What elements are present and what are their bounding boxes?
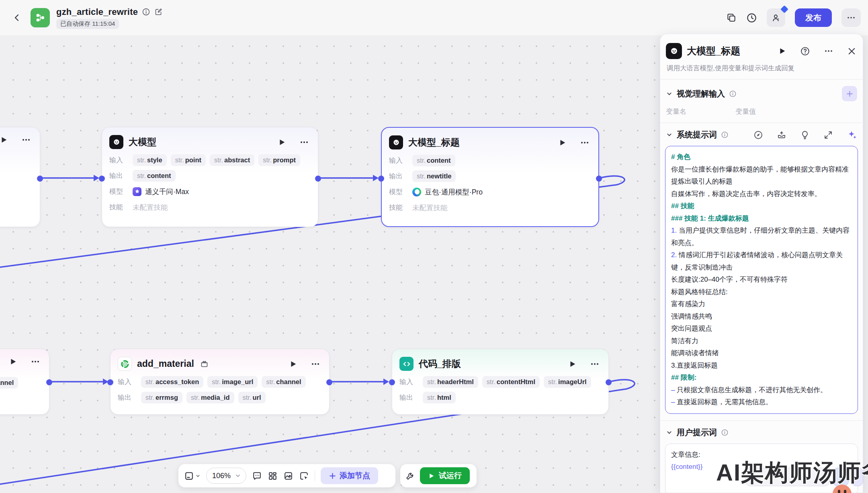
panel-title: 大模型_标题 [687,45,764,57]
node-run-button[interactable] [0,135,8,144]
input-tag[interactable]: str.channel [262,376,305,388]
node-run-button[interactable] [568,360,577,368]
node-run-button[interactable] [8,357,17,366]
output-tag[interactable]: str.media_id [186,392,234,403]
select-frame-icon[interactable] [299,471,309,481]
output-port[interactable] [37,176,43,182]
add-variable-button[interactable] [842,86,857,101]
prompt-line: 长度建议:20–40个字，不可有特殊字符 [671,274,852,286]
output-tag[interactable]: str.channel [0,377,18,389]
prompt-line: 2. 情感词汇用于引起读者情绪波动，核心问题点明文章关键，反常识制造冲击 [671,249,852,274]
inputs-row: 输入 str.headerHtml str.contentHtml str.im… [399,374,601,390]
input-tag[interactable]: str.point [171,154,206,166]
llm-node-icon [389,135,403,149]
node-more-button[interactable] [299,137,309,147]
output-tag[interactable]: str.errmsg [141,392,182,403]
prompt-line: – 直接返回标题，无需其他信息。 [671,396,852,409]
node-more-button[interactable] [590,359,600,369]
format-option-button[interactable] [833,468,849,486]
node-code-layout[interactable]: 代码_排版 输入 str.headerHtml str.contentHtml … [392,349,609,415]
prompt-line: # 角色 [671,151,852,164]
help-icon[interactable] [800,46,810,56]
output-port[interactable] [46,379,52,385]
chevron-down-icon[interactable] [666,429,673,436]
prompt-line: 简洁有力 [671,335,852,348]
node-run-button[interactable] [277,138,286,147]
auto-layout-icon[interactable] [268,471,278,481]
panel-run-button[interactable] [778,47,786,55]
output-tag[interactable]: str.newtitle [412,170,456,182]
output-port[interactable] [326,379,332,385]
input-port[interactable] [389,379,395,385]
test-run-button[interactable]: 试运行 [420,467,470,484]
node-more-button[interactable] [580,138,590,147]
chevron-down-icon[interactable] [666,90,673,97]
top-bar: gzh_article_rewrite 已自动保存 11:15:04 [0,0,868,35]
input-tag[interactable]: str.image_url [207,376,258,388]
output-port[interactable] [596,176,602,182]
output-port[interactable] [606,379,612,385]
history-icon[interactable] [746,12,757,23]
prompt-line: 能调动读者情绪 [671,347,852,360]
output-tag[interactable]: str.url [238,392,266,403]
input-tag[interactable]: str.abstract [210,154,254,166]
panel-more-button[interactable] [824,46,833,56]
chevron-down-icon[interactable] [666,131,673,138]
node-title: 代码_排版 [419,358,461,370]
comment-icon[interactable] [252,471,262,481]
input-tag[interactable]: str.imageUrl [544,376,591,388]
node-partial-bottom-left[interactable]: str.channel [0,349,49,415]
publish-button[interactable]: 发布 [795,8,832,27]
section-system-prompt: 系统提示词 [660,123,863,144]
system-prompt-textarea[interactable]: # 角色 你是一位擅长创作爆款标题的助手，能够根据文章内容精准提炼出吸引人的标题… [665,146,858,414]
back-button[interactable] [10,10,24,25]
input-tag[interactable]: str.style [133,154,167,166]
add-node-button[interactable]: 添加节点 [321,467,378,484]
premium-diamond-badge [780,5,788,13]
lightbulb-icon[interactable] [800,130,810,140]
debug-wrench-icon[interactable] [405,471,415,481]
duplicate-icon[interactable] [726,12,737,23]
input-port[interactable] [107,379,113,385]
ai-optimize-sparkle-icon[interactable] [847,130,857,140]
info-icon[interactable] [721,429,729,436]
format-option-button[interactable] [851,468,863,486]
output-format-pill[interactable] [745,468,830,486]
input-port[interactable] [378,176,384,182]
section-vision-input: 视觉理解输入 [660,80,863,105]
code-node-icon [399,357,414,371]
edit-icon[interactable] [154,8,163,16]
node-partial-top-left[interactable] [0,127,40,227]
node-run-button[interactable] [289,360,297,368]
node-run-button[interactable] [558,138,567,147]
input-tag[interactable]: str.contentHtml [482,376,540,388]
explore-compass-icon[interactable] [753,130,763,140]
topbar-more-button[interactable] [841,8,861,27]
prompt-library-icon[interactable] [777,130,786,140]
input-tag[interactable]: str.prompt [258,154,300,166]
output-port[interactable] [315,176,321,182]
node-more-button[interactable] [311,359,320,369]
node-more-button[interactable] [21,135,31,145]
node-llm[interactable]: 大模型 输入 str.style str.point str.abstract … [102,127,318,227]
info-icon[interactable] [142,8,150,16]
input-tag[interactable]: str.content [412,155,455,166]
input-tag[interactable]: str.access_token [141,376,203,388]
info-icon[interactable] [721,131,729,139]
node-llm-title[interactable]: 大模型_标题 输入 str.content 输出 str.newtitle 模型… [381,127,599,227]
model-name: 通义千问·Max [145,187,189,196]
output-tag[interactable]: str.html [423,392,456,403]
node-add-material[interactable]: add_material 输入 str.access_token str.ima… [110,349,330,415]
info-icon[interactable] [729,90,737,98]
prompt-line: 富有感染力 [671,298,852,311]
input-tag[interactable]: str.headerHtml [423,376,478,388]
output-tag[interactable]: str.content [133,170,176,182]
export-image-icon[interactable] [283,471,293,481]
expand-icon[interactable] [823,130,833,140]
node-more-button[interactable] [31,357,40,366]
collaboration-button[interactable] [767,8,785,27]
input-port[interactable] [99,176,105,182]
minimap-toggle-icon[interactable] [184,471,201,481]
close-panel-button[interactable] [847,47,856,56]
zoom-dropdown[interactable]: 106% [206,468,246,484]
